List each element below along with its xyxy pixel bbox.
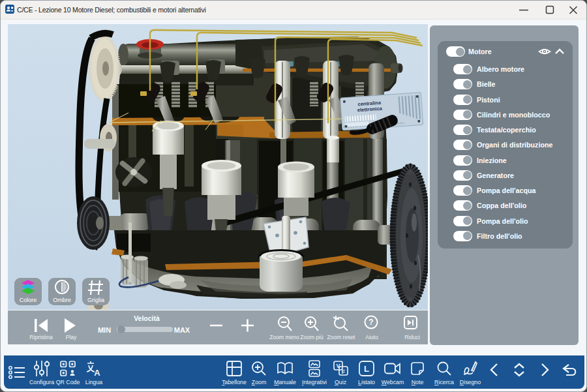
svg-text:Play: Play	[66, 334, 77, 340]
svg-text:Listato: Listato	[358, 379, 375, 385]
svg-text:Tabellone: Tabellone	[222, 379, 247, 385]
svg-text:V: V	[336, 363, 340, 369]
svg-text:Zoom meno: Zoom meno	[269, 334, 299, 340]
svg-text:Integrativi: Integrativi	[302, 379, 327, 385]
svg-text:Ricerca: Ricerca	[434, 379, 454, 385]
svg-text:A: A	[94, 368, 100, 378]
svg-text:Zoom più: Zoom più	[300, 334, 324, 340]
svg-text:F: F	[342, 369, 346, 375]
svg-text:Configura: Configura	[29, 379, 54, 385]
svg-text:Manuale: Manuale	[274, 379, 296, 385]
svg-text:Lingua: Lingua	[85, 379, 103, 385]
svg-text:Zoom: Zoom	[252, 379, 267, 385]
svg-text:QR Code: QR Code	[56, 379, 80, 385]
svg-text:Quiz: Quiz	[335, 379, 346, 385]
svg-text:Riduci: Riduci	[404, 334, 420, 340]
svg-text:Aiuto: Aiuto	[365, 334, 378, 340]
svg-text:Note: Note	[412, 379, 424, 385]
svg-text:Webcam: Webcam	[382, 379, 404, 385]
svg-text:MAX: MAX	[174, 326, 190, 334]
svg-text:L: L	[364, 364, 369, 374]
svg-text:?: ?	[369, 318, 373, 327]
svg-text:MIN: MIN	[98, 326, 111, 334]
svg-text:Ripristina: Ripristina	[29, 334, 53, 340]
svg-text:Disegno: Disegno	[460, 379, 481, 385]
svg-text:Zoom reset: Zoom reset	[327, 334, 356, 340]
svg-text:Velocità: Velocità	[134, 314, 160, 322]
